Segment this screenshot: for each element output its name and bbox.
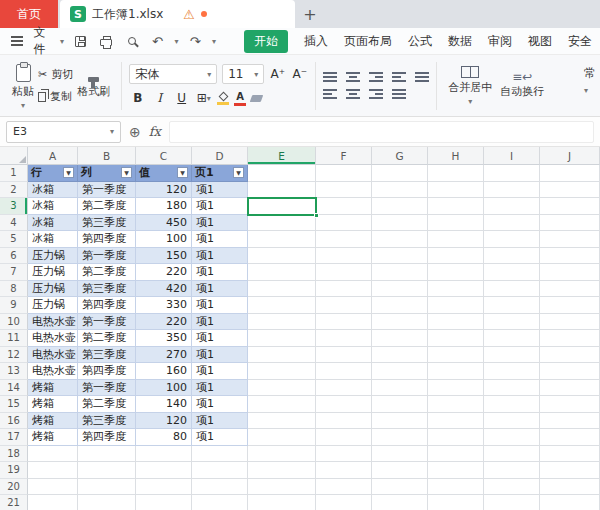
cell-F21[interactable] [316, 495, 372, 510]
column-header-E[interactable]: E [248, 147, 316, 165]
cell-A13[interactable]: 电热水壶 [28, 363, 78, 380]
row-header-6[interactable]: 6 [0, 248, 28, 265]
redo-dropdown-icon[interactable]: ▾ [212, 37, 216, 46]
cell-F7[interactable] [316, 264, 372, 281]
cell-B9[interactable]: 第四季度 [78, 297, 136, 314]
cell-C16[interactable]: 120 [136, 413, 192, 430]
cell-G8[interactable] [372, 281, 428, 298]
cell-D8[interactable]: 项1 [192, 281, 248, 298]
cell-G20[interactable] [372, 479, 428, 496]
cell-J3[interactable] [540, 198, 600, 215]
cell-B20[interactable] [78, 479, 136, 496]
cell-J14[interactable] [540, 380, 600, 397]
cell-A2[interactable]: 冰箱 [28, 182, 78, 199]
cell-F5[interactable] [316, 231, 372, 248]
cell-D14[interactable]: 项1 [192, 380, 248, 397]
cell-D9[interactable]: 项1 [192, 297, 248, 314]
cell-G4[interactable] [372, 215, 428, 232]
file-menu-button[interactable]: 文件 ▾ [34, 24, 64, 58]
cell-F18[interactable] [316, 446, 372, 463]
cell-H13[interactable] [428, 363, 484, 380]
cell-H8[interactable] [428, 281, 484, 298]
cell-E2[interactable] [248, 182, 316, 199]
cell-H15[interactable] [428, 396, 484, 413]
cell-E8[interactable] [248, 281, 316, 298]
cell-C3[interactable]: 180 [136, 198, 192, 215]
cell-D2[interactable]: 项1 [192, 182, 248, 199]
cell-E20[interactable] [248, 479, 316, 496]
cell-J13[interactable] [540, 363, 600, 380]
font-name-select[interactable]: 宋体 ▾ [129, 64, 217, 84]
cell-F14[interactable] [316, 380, 372, 397]
underline-button[interactable]: U [173, 89, 190, 107]
align-right-button[interactable] [369, 89, 383, 99]
cell-E1[interactable] [248, 165, 316, 182]
cell-B14[interactable]: 第一季度 [78, 380, 136, 397]
row-header-14[interactable]: 14 [0, 380, 28, 397]
italic-button[interactable]: I [151, 89, 168, 107]
cell-E5[interactable] [248, 231, 316, 248]
cell-B5[interactable]: 第四季度 [78, 231, 136, 248]
cell-E4[interactable] [248, 215, 316, 232]
cell-E12[interactable] [248, 347, 316, 364]
cell-D11[interactable]: 项1 [192, 330, 248, 347]
cell-I19[interactable] [484, 462, 540, 479]
cell-H7[interactable] [428, 264, 484, 281]
column-header-G[interactable]: G [372, 147, 428, 165]
cell-J6[interactable] [540, 248, 600, 265]
tab-formulas[interactable]: 公式 [408, 33, 432, 50]
tab-review[interactable]: 审阅 [488, 33, 512, 50]
row-header-10[interactable]: 10 [0, 314, 28, 331]
row-header-17[interactable]: 17 [0, 429, 28, 446]
tab-view[interactable]: 视图 [528, 33, 552, 50]
column-header-B[interactable]: B [78, 147, 136, 165]
column-header-C[interactable]: C [136, 147, 192, 165]
formula-input[interactable] [169, 121, 594, 143]
cell-I18[interactable] [484, 446, 540, 463]
cell-J9[interactable] [540, 297, 600, 314]
cell-J12[interactable] [540, 347, 600, 364]
cell-C10[interactable]: 220 [136, 314, 192, 331]
cell-G15[interactable] [372, 396, 428, 413]
cell-C21[interactable] [136, 495, 192, 510]
cell-G6[interactable] [372, 248, 428, 265]
cell-B12[interactable]: 第三季度 [78, 347, 136, 364]
column-header-D[interactable]: D [192, 147, 248, 165]
paste-button[interactable]: 粘贴 ▾ [8, 61, 38, 110]
name-box[interactable]: E3 ▾ [6, 121, 121, 143]
cell-H12[interactable] [428, 347, 484, 364]
filter-button[interactable]: ▼ [121, 167, 132, 178]
cell-H14[interactable] [428, 380, 484, 397]
filter-button[interactable]: ▼ [63, 167, 74, 178]
cell-I12[interactable] [484, 347, 540, 364]
cell-C20[interactable] [136, 479, 192, 496]
cell-A18[interactable] [28, 446, 78, 463]
cell-H5[interactable] [428, 231, 484, 248]
cell-I17[interactable] [484, 429, 540, 446]
row-header-8[interactable]: 8 [0, 281, 28, 298]
cell-C8[interactable]: 420 [136, 281, 192, 298]
column-header-J[interactable]: J [540, 147, 600, 165]
cell-G1[interactable] [372, 165, 428, 182]
fill-color-button[interactable] [217, 92, 229, 105]
cell-I11[interactable] [484, 330, 540, 347]
new-tab-button[interactable]: + [295, 0, 325, 28]
cell-H20[interactable] [428, 479, 484, 496]
column-header-A[interactable]: A [28, 147, 78, 165]
column-header-F[interactable]: F [316, 147, 372, 165]
cell-A1[interactable]: 行▼ [28, 165, 78, 182]
cell-G10[interactable] [372, 314, 428, 331]
cell-D6[interactable]: 项1 [192, 248, 248, 265]
cell-J18[interactable] [540, 446, 600, 463]
cell-A4[interactable]: 冰箱 [28, 215, 78, 232]
cell-D18[interactable] [192, 446, 248, 463]
filter-button[interactable]: ▼ [233, 167, 244, 178]
cell-G13[interactable] [372, 363, 428, 380]
row-header-4[interactable]: 4 [0, 215, 28, 232]
cell-J15[interactable] [540, 396, 600, 413]
cell-D19[interactable] [192, 462, 248, 479]
cell-B8[interactable]: 第三季度 [78, 281, 136, 298]
cell-C9[interactable]: 330 [136, 297, 192, 314]
cell-A8[interactable]: 压力锅 [28, 281, 78, 298]
cell-B11[interactable]: 第二季度 [78, 330, 136, 347]
